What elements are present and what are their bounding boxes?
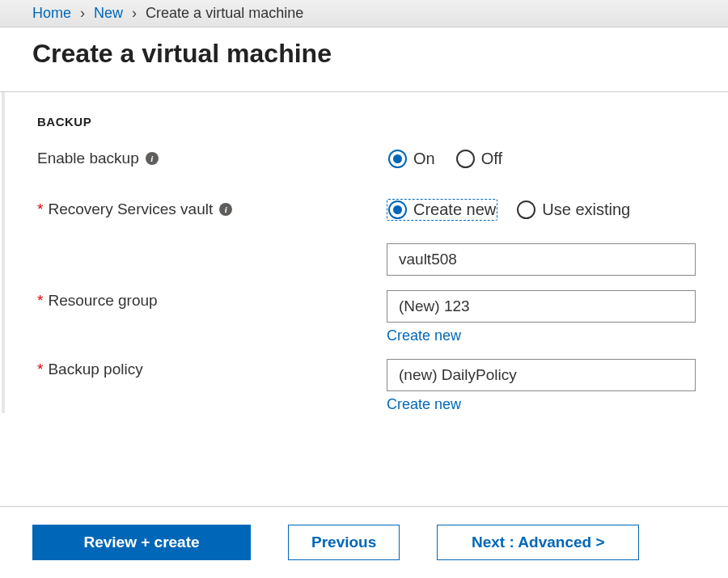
info-icon[interactable]: i xyxy=(219,203,232,216)
resource-group-label: Resource group xyxy=(48,292,157,310)
form-content: BACKUP Enable backup i On Off * Recovery… xyxy=(2,92,728,413)
recovery-vault-label: Recovery Services vault xyxy=(48,200,213,218)
review-create-button[interactable]: Review + create xyxy=(32,525,251,560)
recovery-vault-create-radio[interactable]: Create new xyxy=(387,199,497,221)
vault-name-input[interactable] xyxy=(387,243,696,276)
row-backup-policy: * Backup policy Create new xyxy=(37,359,696,413)
row-resource-group: * Resource group Create new xyxy=(37,290,696,344)
required-asterisk: * xyxy=(37,361,43,378)
page-title: Create a virtual machine xyxy=(32,39,696,69)
resource-group-create-link[interactable]: Create new xyxy=(387,327,461,344)
chevron-right-icon: › xyxy=(80,5,85,21)
backup-policy-input[interactable] xyxy=(387,359,696,391)
radio-label: Use existing xyxy=(542,200,630,219)
row-recovery-vault: * Recovery Services vault i Create new U… xyxy=(37,199,696,221)
radio-icon xyxy=(456,150,475,168)
next-advanced-button[interactable]: Next : Advanced > xyxy=(437,525,639,560)
backup-policy-create-link[interactable]: Create new xyxy=(387,396,461,413)
radio-label: Off xyxy=(481,150,502,168)
radio-icon xyxy=(388,200,407,219)
radio-icon xyxy=(517,200,535,219)
required-asterisk: * xyxy=(37,292,43,310)
recovery-vault-radio-group: Create new Use existing xyxy=(387,199,696,221)
enable-backup-off-radio[interactable]: Off xyxy=(455,148,504,170)
enable-backup-on-radio[interactable]: On xyxy=(387,148,437,170)
radio-icon xyxy=(388,150,407,168)
breadcrumb-bar: Home › New › Create a virtual machine xyxy=(0,0,728,27)
title-area: Create a virtual machine xyxy=(0,27,728,92)
footer-actions: Review + create Previous Next : Advanced… xyxy=(0,506,728,578)
row-vault-name xyxy=(37,243,696,276)
required-asterisk: * xyxy=(37,200,43,218)
breadcrumb: Home › New › Create a virtual machine xyxy=(32,5,303,21)
section-backup-heading: BACKUP xyxy=(37,115,696,129)
resource-group-input[interactable] xyxy=(387,290,696,323)
radio-label: Create new xyxy=(413,200,496,219)
breadcrumb-new-link[interactable]: New xyxy=(94,5,123,21)
breadcrumb-home-link[interactable]: Home xyxy=(32,5,71,21)
enable-backup-radio-group: On Off xyxy=(387,148,696,170)
recovery-vault-existing-radio[interactable]: Use existing xyxy=(515,199,632,221)
row-enable-backup: Enable backup i On Off xyxy=(37,148,696,170)
previous-button[interactable]: Previous xyxy=(288,525,400,560)
chevron-right-icon: › xyxy=(132,5,137,21)
enable-backup-label: Enable backup xyxy=(37,150,139,167)
info-icon[interactable]: i xyxy=(146,152,159,165)
radio-label: On xyxy=(413,150,435,168)
backup-policy-label: Backup policy xyxy=(48,361,142,378)
breadcrumb-current: Create a virtual machine xyxy=(146,5,303,21)
